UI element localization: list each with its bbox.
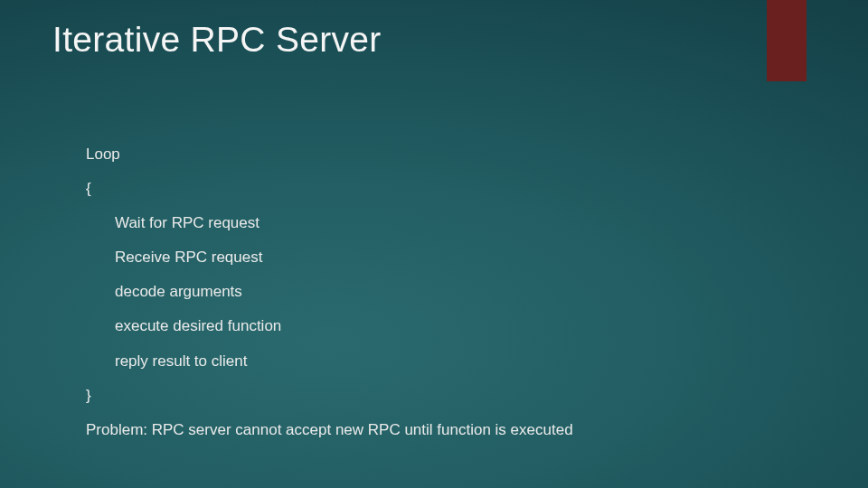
body-line-loop: Loop <box>86 145 814 164</box>
body-line-decode: decode arguments <box>86 282 814 302</box>
slide-body: Loop { Wait for RPC request Receive RPC … <box>86 145 814 455</box>
body-line-open-brace: { <box>86 179 814 199</box>
body-line-problem: Problem: RPC server cannot accept new RP… <box>86 420 814 440</box>
body-line-execute: execute desired function <box>86 316 814 336</box>
slide: Iterative RPC Server Loop { Wait for RPC… <box>0 0 868 488</box>
body-line-wait: Wait for RPC request <box>86 213 814 233</box>
body-line-reply: reply result to client <box>86 352 814 371</box>
accent-bar <box>767 0 807 81</box>
slide-title: Iterative RPC Server <box>52 20 382 60</box>
body-line-close-brace: } <box>86 386 814 406</box>
body-line-receive: Receive RPC request <box>86 248 814 267</box>
